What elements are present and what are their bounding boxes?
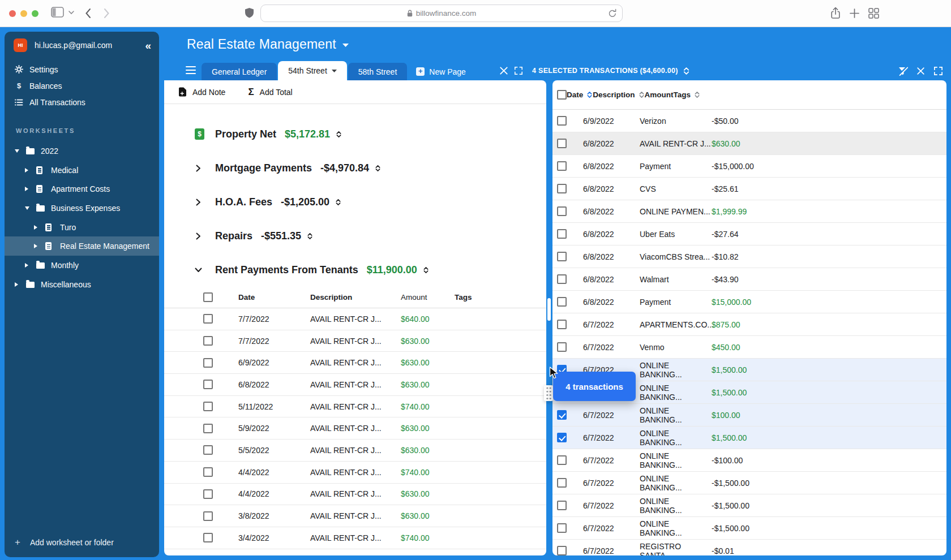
row-checkbox[interactable] [557, 546, 567, 555]
rent-payment-row[interactable]: 6/9/2022 AVAIL RENT-CR J... $630.00 [164, 352, 546, 374]
transaction-row[interactable]: 6/8/2022 AVAIL RENT-CR J... $630.00 [552, 132, 946, 155]
tab-overview-icon[interactable] [868, 8, 879, 19]
tree-item[interactable]: Miscellaneous [5, 275, 159, 294]
scrollbar-thumb[interactable] [547, 298, 551, 321]
row-checkbox[interactable] [203, 336, 213, 346]
row-checkbox[interactable] [557, 342, 567, 352]
share-icon[interactable] [830, 7, 841, 20]
tree-expand-caret[interactable] [25, 263, 31, 268]
rent-payment-row[interactable]: 5/9/2022 AVAIL RENT-CR J... $630.00 [164, 417, 546, 440]
sheet-tab[interactable]: + 58th Street [348, 63, 408, 80]
chevron-right-icon[interactable] [195, 199, 202, 206]
row-checkbox[interactable] [203, 380, 213, 389]
page-title[interactable]: Real Estate Management [187, 37, 336, 52]
new-tab-icon[interactable] [850, 8, 859, 18]
panel-expand-icon[interactable] [933, 66, 943, 76]
transaction-row[interactable]: 6/8/2022 ONLINE PAYMEN... $1,999.99 [552, 200, 946, 223]
transaction-row[interactable]: 6/8/2022 ViacomCBS Strea... -$10.82 [552, 245, 946, 268]
row-checkbox[interactable] [203, 533, 213, 542]
transaction-row[interactable]: 6/8/2022 Uber Eats -$27.64 [552, 223, 946, 245]
row-checkbox[interactable] [557, 139, 567, 148]
total-row[interactable]: $ Mortgage Payments -$4,970.84 [164, 151, 546, 185]
transaction-row[interactable]: 6/8/2022 CVS -$25.61 [552, 178, 946, 200]
reorder-total-icon[interactable] [336, 131, 342, 138]
column-header-amount[interactable]: Amount [401, 293, 455, 301]
column-header-tags[interactable]: Tags [455, 293, 546, 301]
filter-off-icon[interactable] [898, 66, 908, 76]
total-row[interactable]: $ Rent Payments From Tenants $11,900.00 [164, 253, 546, 287]
sidebar-nav-item[interactable]: $ Balances [5, 77, 159, 94]
rent-payment-row[interactable]: 4/4/2022 AVAIL RENT-CR J... $630.00 [164, 484, 546, 506]
tree-item[interactable]: Medical [5, 161, 159, 180]
row-checkbox[interactable] [557, 455, 567, 465]
transaction-row[interactable]: 6/8/2022 Payment -$15,000.00 [552, 155, 946, 178]
column-header-description[interactable]: Description [310, 293, 401, 301]
row-checkbox[interactable] [557, 161, 567, 171]
row-checkbox[interactable] [557, 206, 567, 216]
sheet-tab[interactable]: + 54th Street [278, 61, 347, 80]
row-checkbox[interactable] [557, 410, 567, 420]
add-total-button[interactable]: Σ Add Total [248, 87, 292, 98]
sheet-expand-icon[interactable] [514, 66, 523, 75]
row-checkbox[interactable] [557, 501, 567, 510]
sort-icon[interactable] [694, 91, 700, 98]
row-checkbox[interactable] [557, 297, 567, 307]
tree-expand-caret[interactable] [34, 244, 40, 248]
row-checkbox[interactable] [557, 320, 567, 329]
row-checkbox[interactable] [557, 252, 567, 261]
rent-payment-row[interactable]: 6/8/2022 AVAIL RENT-CR J... $630.00 [164, 374, 546, 396]
chevron-down-icon[interactable] [195, 266, 202, 273]
row-checkbox[interactable] [557, 433, 567, 442]
transaction-row[interactable]: 6/7/2022 ONLINE BANKING... -$1,500.00 [552, 472, 946, 494]
row-checkbox[interactable] [203, 314, 213, 324]
sheet-tab[interactable]: + New Page [408, 63, 474, 80]
sidebar-nav-item[interactable]: $ Settings [5, 61, 159, 77]
row-checkbox[interactable] [203, 402, 213, 411]
sort-selection-icon[interactable] [683, 67, 690, 75]
tree-item[interactable]: 2022 [5, 141, 159, 161]
chevron-down-icon[interactable] [68, 11, 74, 15]
tree-item[interactable]: Monthly [5, 256, 159, 275]
forward-button-icon[interactable] [104, 8, 110, 19]
row-checkbox[interactable] [203, 511, 213, 521]
rent-payment-row[interactable]: 5/11/2022 AVAIL RENT-CR J... $740.00 [164, 396, 546, 418]
window-zoom-button[interactable] [32, 10, 38, 17]
tree-expand-caret[interactable] [25, 206, 31, 210]
reorder-total-icon[interactable] [375, 165, 381, 172]
row-checkbox[interactable] [203, 489, 213, 499]
reorder-total-icon[interactable] [335, 199, 341, 206]
row-checkbox[interactable] [557, 523, 567, 533]
reload-button-icon[interactable] [608, 8, 617, 19]
rent-payment-row[interactable]: 3/8/2022 AVAIL RENT-CR J... $630.00 [164, 505, 546, 527]
tree-item[interactable]: Turo [5, 218, 159, 237]
row-checkbox[interactable] [557, 274, 567, 284]
tree-expand-caret[interactable] [34, 225, 40, 230]
row-checkbox[interactable] [557, 116, 567, 126]
tree-expand-caret[interactable] [15, 149, 20, 153]
back-button-icon[interactable] [85, 8, 91, 19]
tree-expand-caret[interactable] [15, 282, 20, 287]
privacy-shield-icon[interactable] [245, 7, 254, 19]
rent-payment-row[interactable]: 7/7/2022 AVAIL RENT-CR J... $640.00 [164, 308, 546, 330]
window-close-button[interactable] [9, 10, 16, 17]
column-header[interactable]: Date [567, 91, 593, 99]
row-checkbox[interactable] [203, 358, 213, 368]
tree-item[interactable]: Business Expenses [5, 199, 159, 218]
sheet-tab[interactable]: + General Ledger [202, 63, 277, 80]
column-header[interactable]: Amount [645, 91, 674, 99]
transaction-row[interactable]: 6/7/2022 ONLINE BANKING... -$1,500.00 [552, 517, 946, 540]
transaction-row[interactable]: 6/7/2022 ONLINE BANKING... -$1,500.00 [552, 494, 946, 517]
select-all-checkbox[interactable] [203, 292, 213, 302]
rent-payment-row[interactable]: 4/4/2022 AVAIL RENT-CR J... $740.00 [164, 462, 546, 484]
transaction-row[interactable]: 6/8/2022 Walmart -$43.90 [552, 268, 946, 291]
column-header[interactable]: Tags [674, 91, 701, 99]
transaction-row[interactable]: 6/7/2022 Venmo $450.00 [552, 336, 946, 359]
column-header-date[interactable]: Date [238, 293, 310, 301]
transaction-row[interactable]: 6/7/2022 APARTMENTS.CO... $875.00 [552, 313, 946, 336]
total-row[interactable]: $ Repairs -$551.35 [164, 219, 546, 253]
chevron-right-icon[interactable] [195, 165, 202, 172]
transaction-row[interactable]: 6/7/2022 ONLINE BANKING... $1,500.00 [552, 427, 946, 449]
total-row[interactable]: $ Property Net $5,172.81 [164, 117, 546, 151]
tree-item[interactable]: Real Estate Management [5, 236, 159, 256]
tree-item[interactable]: Apartment Costs [5, 179, 159, 199]
